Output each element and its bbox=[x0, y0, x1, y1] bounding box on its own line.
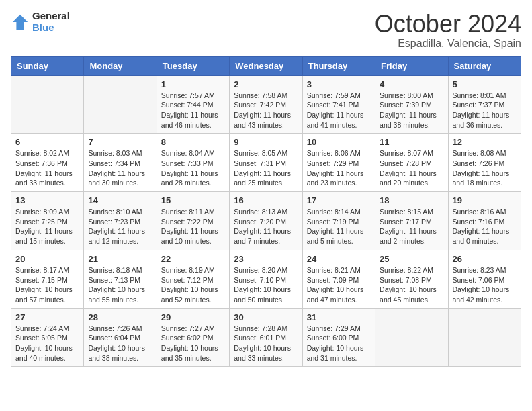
day-number: 27 bbox=[15, 312, 79, 322]
day-info: Sunrise: 8:03 AM Sunset: 7:34 PM Dayligh… bbox=[88, 148, 152, 188]
calendar-cell: 26Sunrise: 8:23 AM Sunset: 7:06 PM Dayli… bbox=[448, 250, 521, 308]
calendar-cell: 21Sunrise: 8:18 AM Sunset: 7:13 PM Dayli… bbox=[84, 250, 157, 308]
logo-icon bbox=[11, 13, 30, 32]
weekday-header-friday: Friday bbox=[375, 56, 448, 75]
calendar-cell: 1Sunrise: 7:57 AM Sunset: 7:44 PM Daylig… bbox=[157, 75, 229, 134]
day-info: Sunrise: 8:01 AM Sunset: 7:37 PM Dayligh… bbox=[453, 91, 517, 130]
day-info: Sunrise: 8:05 AM Sunset: 7:31 PM Dayligh… bbox=[234, 148, 298, 188]
day-number: 9 bbox=[234, 137, 298, 147]
day-number: 8 bbox=[161, 137, 225, 147]
day-info: Sunrise: 8:16 AM Sunset: 7:16 PM Dayligh… bbox=[453, 207, 517, 246]
day-info: Sunrise: 8:17 AM Sunset: 7:15 PM Dayligh… bbox=[15, 265, 79, 305]
logo-line1: General bbox=[32, 11, 70, 22]
day-info: Sunrise: 8:19 AM Sunset: 7:12 PM Dayligh… bbox=[161, 265, 225, 305]
calendar-cell bbox=[375, 308, 448, 367]
day-number: 6 bbox=[15, 137, 79, 147]
day-number: 28 bbox=[88, 312, 152, 322]
day-number: 14 bbox=[88, 195, 152, 205]
day-number: 18 bbox=[380, 195, 443, 205]
calendar-cell: 11Sunrise: 8:07 AM Sunset: 7:28 PM Dayli… bbox=[375, 134, 448, 192]
day-info: Sunrise: 8:00 AM Sunset: 7:39 PM Dayligh… bbox=[380, 91, 443, 130]
day-info: Sunrise: 8:08 AM Sunset: 7:26 PM Dayligh… bbox=[453, 148, 517, 188]
day-info: Sunrise: 7:28 AM Sunset: 6:01 PM Dayligh… bbox=[234, 324, 298, 363]
day-number: 3 bbox=[307, 79, 371, 89]
header: General Blue October 2024 Espadilla, Val… bbox=[11, 11, 521, 50]
calendar-week-5: 27Sunrise: 7:24 AM Sunset: 6:05 PM Dayli… bbox=[11, 308, 521, 367]
day-number: 24 bbox=[307, 254, 371, 264]
day-info: Sunrise: 8:07 AM Sunset: 7:28 PM Dayligh… bbox=[380, 148, 443, 188]
day-number: 13 bbox=[15, 195, 79, 205]
day-info: Sunrise: 8:18 AM Sunset: 7:13 PM Dayligh… bbox=[88, 265, 152, 305]
weekday-header-row: SundayMondayTuesdayWednesdayThursdayFrid… bbox=[11, 56, 521, 75]
day-info: Sunrise: 8:20 AM Sunset: 7:10 PM Dayligh… bbox=[234, 265, 298, 305]
day-number: 12 bbox=[453, 137, 517, 147]
calendar-cell: 2Sunrise: 7:58 AM Sunset: 7:42 PM Daylig… bbox=[230, 75, 302, 134]
calendar-cell: 24Sunrise: 8:21 AM Sunset: 7:09 PM Dayli… bbox=[302, 250, 375, 308]
calendar-cell: 16Sunrise: 8:13 AM Sunset: 7:20 PM Dayli… bbox=[230, 192, 302, 250]
day-number: 29 bbox=[161, 312, 225, 322]
day-number: 23 bbox=[234, 254, 298, 264]
calendar-cell: 12Sunrise: 8:08 AM Sunset: 7:26 PM Dayli… bbox=[448, 134, 521, 192]
calendar-body: 1Sunrise: 7:57 AM Sunset: 7:44 PM Daylig… bbox=[11, 75, 521, 367]
calendar-cell: 14Sunrise: 8:10 AM Sunset: 7:23 PM Dayli… bbox=[84, 192, 157, 250]
calendar-cell bbox=[448, 308, 521, 367]
day-number: 31 bbox=[307, 312, 371, 322]
calendar-cell: 13Sunrise: 8:09 AM Sunset: 7:25 PM Dayli… bbox=[11, 192, 84, 250]
calendar-cell: 23Sunrise: 8:20 AM Sunset: 7:10 PM Dayli… bbox=[230, 250, 302, 308]
weekday-header-sunday: Sunday bbox=[11, 56, 84, 75]
day-number: 17 bbox=[307, 195, 371, 205]
calendar-cell: 8Sunrise: 8:04 AM Sunset: 7:33 PM Daylig… bbox=[157, 134, 229, 192]
weekday-header-wednesday: Wednesday bbox=[230, 56, 302, 75]
day-info: Sunrise: 8:10 AM Sunset: 7:23 PM Dayligh… bbox=[88, 207, 152, 246]
logo: General Blue bbox=[11, 11, 70, 33]
day-info: Sunrise: 7:57 AM Sunset: 7:44 PM Dayligh… bbox=[161, 91, 225, 130]
logo-line2: Blue bbox=[32, 22, 70, 34]
calendar-week-1: 1Sunrise: 7:57 AM Sunset: 7:44 PM Daylig… bbox=[11, 75, 521, 134]
day-number: 11 bbox=[380, 137, 443, 147]
title-area: October 2024 Espadilla, Valencia, Spain bbox=[375, 11, 521, 50]
day-number: 7 bbox=[88, 137, 152, 147]
day-info: Sunrise: 8:14 AM Sunset: 7:19 PM Dayligh… bbox=[307, 207, 371, 246]
day-number: 5 bbox=[453, 79, 517, 89]
calendar-cell: 9Sunrise: 8:05 AM Sunset: 7:31 PM Daylig… bbox=[230, 134, 302, 192]
calendar-cell: 19Sunrise: 8:16 AM Sunset: 7:16 PM Dayli… bbox=[448, 192, 521, 250]
calendar-table: SundayMondayTuesdayWednesdayThursdayFrid… bbox=[11, 56, 521, 367]
day-info: Sunrise: 8:23 AM Sunset: 7:06 PM Dayligh… bbox=[453, 265, 517, 305]
weekday-header-saturday: Saturday bbox=[448, 56, 521, 75]
day-info: Sunrise: 8:02 AM Sunset: 7:36 PM Dayligh… bbox=[15, 148, 79, 188]
day-number: 15 bbox=[161, 195, 225, 205]
day-info: Sunrise: 7:26 AM Sunset: 6:04 PM Dayligh… bbox=[88, 324, 152, 363]
day-number: 19 bbox=[453, 195, 517, 205]
day-number: 20 bbox=[15, 254, 79, 264]
calendar-cell: 25Sunrise: 8:22 AM Sunset: 7:08 PM Dayli… bbox=[375, 250, 448, 308]
day-info: Sunrise: 8:11 AM Sunset: 7:22 PM Dayligh… bbox=[161, 207, 225, 246]
day-number: 22 bbox=[161, 254, 225, 264]
calendar-cell: 27Sunrise: 7:24 AM Sunset: 6:05 PM Dayli… bbox=[11, 308, 84, 367]
location-title: Espadilla, Valencia, Spain bbox=[375, 38, 521, 50]
day-info: Sunrise: 8:04 AM Sunset: 7:33 PM Dayligh… bbox=[161, 148, 225, 188]
day-number: 21 bbox=[88, 254, 152, 264]
day-number: 16 bbox=[234, 195, 298, 205]
calendar-week-3: 13Sunrise: 8:09 AM Sunset: 7:25 PM Dayli… bbox=[11, 192, 521, 250]
day-info: Sunrise: 7:24 AM Sunset: 6:05 PM Dayligh… bbox=[15, 324, 79, 363]
calendar-cell: 10Sunrise: 8:06 AM Sunset: 7:29 PM Dayli… bbox=[302, 134, 375, 192]
calendar-cell: 31Sunrise: 7:29 AM Sunset: 6:00 PM Dayli… bbox=[302, 308, 375, 367]
day-info: Sunrise: 7:58 AM Sunset: 7:42 PM Dayligh… bbox=[234, 91, 298, 130]
weekday-header-monday: Monday bbox=[84, 56, 157, 75]
day-info: Sunrise: 8:15 AM Sunset: 7:17 PM Dayligh… bbox=[380, 207, 443, 246]
calendar-cell: 20Sunrise: 8:17 AM Sunset: 7:15 PM Dayli… bbox=[11, 250, 84, 308]
calendar-cell: 28Sunrise: 7:26 AM Sunset: 6:04 PM Dayli… bbox=[84, 308, 157, 367]
weekday-header-tuesday: Tuesday bbox=[157, 56, 229, 75]
calendar-cell: 3Sunrise: 7:59 AM Sunset: 7:41 PM Daylig… bbox=[302, 75, 375, 134]
day-number: 10 bbox=[307, 137, 371, 147]
svg-marker-0 bbox=[13, 14, 28, 29]
day-number: 25 bbox=[380, 254, 443, 264]
day-info: Sunrise: 8:06 AM Sunset: 7:29 PM Dayligh… bbox=[307, 148, 371, 188]
calendar-cell bbox=[11, 75, 84, 134]
calendar-cell bbox=[84, 75, 157, 134]
day-number: 30 bbox=[234, 312, 298, 322]
day-info: Sunrise: 8:13 AM Sunset: 7:20 PM Dayligh… bbox=[234, 207, 298, 246]
day-info: Sunrise: 8:09 AM Sunset: 7:25 PM Dayligh… bbox=[15, 207, 79, 246]
calendar-header: SundayMondayTuesdayWednesdayThursdayFrid… bbox=[11, 56, 521, 75]
calendar-cell: 6Sunrise: 8:02 AM Sunset: 7:36 PM Daylig… bbox=[11, 134, 84, 192]
